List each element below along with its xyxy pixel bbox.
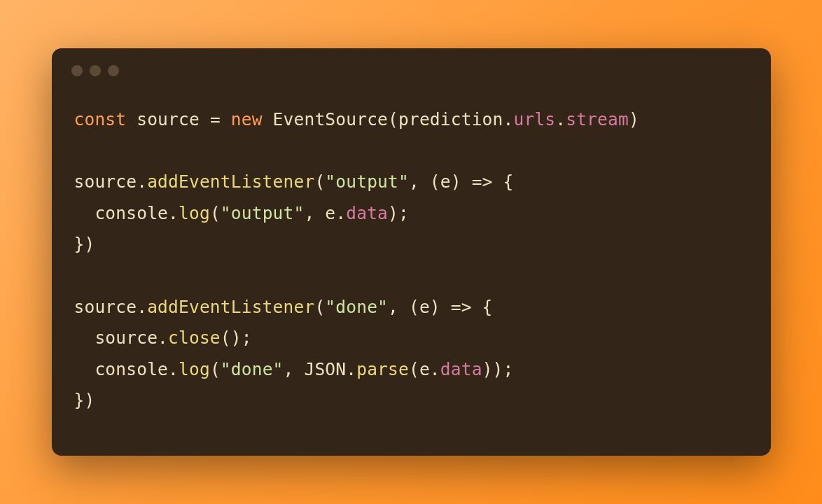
code-text: source.: [74, 172, 148, 192]
code-text: source: [126, 109, 210, 130]
code-line: }): [74, 229, 748, 260]
operator: =: [210, 109, 221, 130]
function-name: close: [168, 328, 221, 348]
code-editor: const source = new EventSource(predictio…: [52, 76, 771, 456]
code-text: , (e): [388, 297, 451, 317]
function-name: addEventListener: [147, 172, 314, 192]
close-icon[interactable]: [71, 65, 83, 76]
property: urls: [513, 109, 555, 130]
code-text: {: [493, 172, 514, 192]
keyword-const: const: [74, 109, 127, 130]
code-text: {: [472, 297, 493, 317]
function-name: log: [179, 203, 210, 223]
code-line: source.addEventListener("output", (e) =>…: [74, 167, 748, 198]
code-text: console.: [74, 359, 179, 379]
function-name: log: [179, 359, 210, 379]
code-line: const source = new EventSource(predictio…: [74, 104, 748, 136]
code-text: source.: [74, 297, 148, 317]
code-text: }): [74, 234, 95, 254]
code-text: ));: [482, 359, 514, 379]
code-text: }): [74, 390, 95, 410]
code-text: ): [629, 109, 639, 130]
string-literal: "output": [221, 203, 305, 223]
code-line: source.close();: [74, 323, 748, 354]
code-text: .: [555, 109, 566, 130]
code-line: console.log("done", JSON.parse(e.data));: [74, 354, 748, 386]
code-text: (e.: [409, 359, 440, 379]
arrow-operator: =>: [451, 297, 472, 317]
code-text: [221, 109, 231, 130]
code-text: (: [210, 203, 221, 223]
code-text: ();: [221, 328, 252, 348]
code-text: source.: [74, 328, 169, 348]
code-text: (: [314, 297, 325, 317]
minimize-icon[interactable]: [90, 65, 101, 76]
code-text: , JSON.: [284, 359, 357, 379]
code-text: , (e): [409, 172, 472, 192]
code-line: source.addEventListener("done", (e) => {: [74, 292, 748, 323]
property: data: [346, 203, 388, 223]
arrow-operator: =>: [472, 172, 493, 192]
string-literal: "done": [221, 359, 284, 379]
function-name: parse: [356, 359, 409, 379]
string-literal: "output": [325, 172, 409, 192]
maximize-icon[interactable]: [108, 65, 119, 76]
code-text: (: [210, 359, 221, 379]
code-text: console.: [74, 203, 179, 223]
code-line: }): [74, 385, 748, 416]
blank-line: [74, 136, 748, 167]
code-text: );: [388, 203, 409, 223]
property: data: [440, 359, 482, 379]
code-window: const source = new EventSource(predictio…: [52, 48, 771, 456]
window-titlebar: [52, 48, 771, 76]
code-text: (: [314, 172, 325, 192]
function-name: addEventListener: [147, 297, 314, 317]
property: stream: [566, 109, 629, 130]
code-line: console.log("output", e.data);: [74, 198, 748, 230]
blank-line: [74, 260, 748, 292]
code-text: EventSource(prediction.: [263, 109, 514, 130]
code-text: , e.: [304, 203, 346, 223]
string-literal: "done": [325, 297, 388, 317]
keyword-new: new: [231, 109, 263, 130]
